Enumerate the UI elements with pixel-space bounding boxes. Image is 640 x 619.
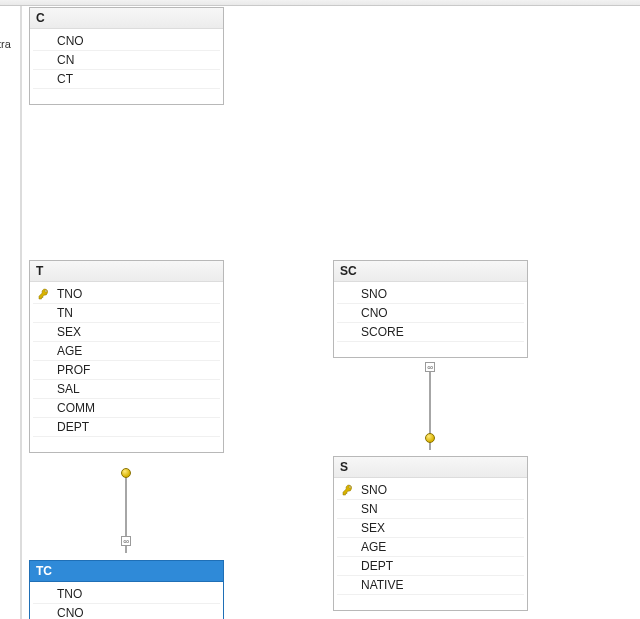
column-icon-placeholder bbox=[341, 540, 355, 554]
column-row[interactable]: SNO bbox=[337, 481, 524, 500]
column-row[interactable]: CT bbox=[33, 70, 220, 89]
column-name: AGE bbox=[51, 344, 82, 358]
column-name: SNO bbox=[355, 287, 387, 301]
column-icon-placeholder bbox=[341, 306, 355, 320]
column-row[interactable]: PROF bbox=[33, 361, 220, 380]
column-list: SNOSNSEXAGEDEPTNATIVE bbox=[334, 478, 527, 610]
table-title[interactable]: C bbox=[30, 8, 223, 29]
column-icon-placeholder bbox=[37, 420, 51, 434]
column-name: AGE bbox=[355, 540, 386, 554]
primary-key-icon bbox=[341, 483, 355, 497]
column-name: CNO bbox=[51, 34, 84, 48]
diagram-canvas[interactable]: CCNOCNCTTTNOTNSEXAGEPROFSALCOMMDEPTTCTNO… bbox=[22, 6, 640, 619]
column-row[interactable]: NATIVE bbox=[337, 576, 524, 595]
column-name: CT bbox=[51, 72, 73, 86]
column-icon-placeholder bbox=[37, 363, 51, 377]
column-icon-placeholder bbox=[341, 559, 355, 573]
column-icon-placeholder bbox=[37, 34, 51, 48]
column-name: NATIVE bbox=[355, 578, 403, 592]
column-row[interactable]: TNO bbox=[33, 285, 220, 304]
column-list: CNOCNCT bbox=[30, 29, 223, 104]
column-row[interactable]: CNO bbox=[33, 32, 220, 51]
object-explorer-sidebar[interactable]: istra bbox=[0, 6, 22, 619]
column-name: SEX bbox=[51, 325, 81, 339]
column-name: SAL bbox=[51, 382, 80, 396]
column-row[interactable]: CNO bbox=[337, 304, 524, 323]
column-icon-placeholder bbox=[341, 287, 355, 301]
column-name: SCORE bbox=[355, 325, 404, 339]
table-c[interactable]: CCNOCNCT bbox=[29, 7, 224, 105]
column-row[interactable]: TN bbox=[33, 304, 220, 323]
column-name: TNO bbox=[51, 587, 82, 601]
column-icon-placeholder bbox=[37, 72, 51, 86]
column-row[interactable]: CNO bbox=[33, 604, 220, 619]
column-name: SNO bbox=[355, 483, 387, 497]
column-name: SEX bbox=[355, 521, 385, 535]
table-sc[interactable]: SCSNOCNOSCORE bbox=[333, 260, 528, 358]
column-list: TNOTNSEXAGEPROFSALCOMMDEPT bbox=[30, 282, 223, 452]
column-row[interactable]: DEPT bbox=[33, 418, 220, 437]
column-row[interactable]: AGE bbox=[337, 538, 524, 557]
relationship-endpoint-many-icon bbox=[425, 362, 435, 372]
column-icon-placeholder bbox=[341, 521, 355, 535]
column-icon-placeholder bbox=[37, 587, 51, 601]
column-row[interactable]: SEX bbox=[33, 323, 220, 342]
column-icon-placeholder bbox=[37, 53, 51, 67]
table-t[interactable]: TTNOTNSEXAGEPROFSALCOMMDEPT bbox=[29, 260, 224, 453]
column-row[interactable]: SN bbox=[337, 500, 524, 519]
table-title[interactable]: TC bbox=[30, 561, 223, 582]
column-icon-placeholder bbox=[341, 325, 355, 339]
column-list: SNOCNOSCORE bbox=[334, 282, 527, 357]
column-name: TNO bbox=[51, 287, 82, 301]
column-row[interactable]: SCORE bbox=[337, 323, 524, 342]
relationship-endpoint-one-key-icon bbox=[425, 433, 435, 443]
table-title[interactable]: SC bbox=[334, 261, 527, 282]
column-name: DEPT bbox=[355, 559, 393, 573]
table-s[interactable]: SSNOSNSEXAGEDEPTNATIVE bbox=[333, 456, 528, 611]
column-icon-placeholder bbox=[37, 325, 51, 339]
column-name: COMM bbox=[51, 401, 95, 415]
column-list: TNOCNO bbox=[30, 582, 223, 619]
relationship-endpoint-many-icon bbox=[121, 536, 131, 546]
column-name: CNO bbox=[355, 306, 388, 320]
column-row[interactable]: DEPT bbox=[337, 557, 524, 576]
column-row[interactable]: TNO bbox=[33, 585, 220, 604]
column-row[interactable]: CN bbox=[33, 51, 220, 70]
table-title[interactable]: T bbox=[30, 261, 223, 282]
column-row[interactable]: SEX bbox=[337, 519, 524, 538]
column-icon-placeholder bbox=[37, 344, 51, 358]
column-row[interactable]: AGE bbox=[33, 342, 220, 361]
column-name: DEPT bbox=[51, 420, 89, 434]
column-row[interactable]: SNO bbox=[337, 285, 524, 304]
column-name: SN bbox=[355, 502, 378, 516]
column-icon-placeholder bbox=[341, 502, 355, 516]
column-icon-placeholder bbox=[37, 401, 51, 415]
column-icon-placeholder bbox=[341, 578, 355, 592]
column-icon-placeholder bbox=[37, 606, 51, 619]
column-name: PROF bbox=[51, 363, 90, 377]
table-title[interactable]: S bbox=[334, 457, 527, 478]
sidebar-text-fragment: istra bbox=[0, 38, 11, 50]
column-icon-placeholder bbox=[37, 306, 51, 320]
column-name: TN bbox=[51, 306, 73, 320]
column-name: CN bbox=[51, 53, 74, 67]
column-row[interactable]: COMM bbox=[33, 399, 220, 418]
table-tc[interactable]: TCTNOCNO bbox=[29, 560, 224, 619]
column-name: CNO bbox=[51, 606, 84, 619]
column-row[interactable]: SAL bbox=[33, 380, 220, 399]
column-icon-placeholder bbox=[37, 382, 51, 396]
primary-key-icon bbox=[37, 287, 51, 301]
relationship-endpoint-one-key-icon bbox=[121, 468, 131, 478]
